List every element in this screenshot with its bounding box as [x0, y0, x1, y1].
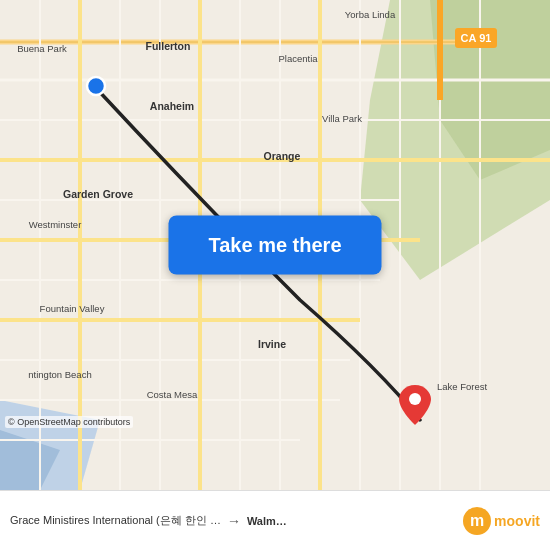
take-me-there-button[interactable]: Take me there: [168, 216, 381, 275]
take-me-there-overlay: Take me there: [168, 216, 381, 275]
svg-text:Westminster: Westminster: [29, 219, 82, 230]
origin-label: Grace Ministires International (은혜 한인 …: [10, 513, 221, 528]
osm-attribution: © OpenStreetMap contributors: [5, 416, 133, 428]
map-container: CA 91 Yorba Linda Buena Park Fullerton P…: [0, 0, 550, 490]
svg-text:Villa Park: Villa Park: [322, 113, 362, 124]
svg-text:Garden Grove: Garden Grove: [63, 188, 133, 200]
route-row: Grace Ministires International (은혜 한인 … …: [10, 513, 287, 529]
svg-text:Fullerton: Fullerton: [146, 40, 191, 52]
destination-label: Walm…: [247, 515, 287, 527]
svg-point-54: [87, 77, 105, 95]
svg-text:Anaheim: Anaheim: [150, 100, 194, 112]
svg-point-55: [409, 393, 421, 405]
bottom-bar: Grace Ministires International (은혜 한인 … …: [0, 490, 550, 550]
moovit-icon: m: [463, 507, 491, 535]
svg-text:Yorba Linda: Yorba Linda: [345, 9, 396, 20]
svg-text:Irvine: Irvine: [258, 338, 286, 350]
svg-text:Orange: Orange: [264, 150, 301, 162]
svg-text:CA 91: CA 91: [461, 32, 492, 44]
svg-text:Lake Forest: Lake Forest: [437, 381, 488, 392]
moovit-text: moovit: [494, 513, 540, 529]
svg-text:Fountain Valley: Fountain Valley: [40, 303, 105, 314]
svg-text:Placentia: Placentia: [278, 53, 318, 64]
moovit-logo: m moovit: [463, 507, 540, 535]
route-info: Grace Ministires International (은혜 한인 … …: [10, 513, 287, 529]
moovit-logo-area: m moovit: [463, 507, 540, 535]
svg-text:Costa Mesa: Costa Mesa: [147, 389, 198, 400]
svg-text:Buena Park: Buena Park: [17, 43, 67, 54]
svg-text:ntington Beach: ntington Beach: [28, 369, 91, 380]
route-arrow: →: [227, 513, 241, 529]
